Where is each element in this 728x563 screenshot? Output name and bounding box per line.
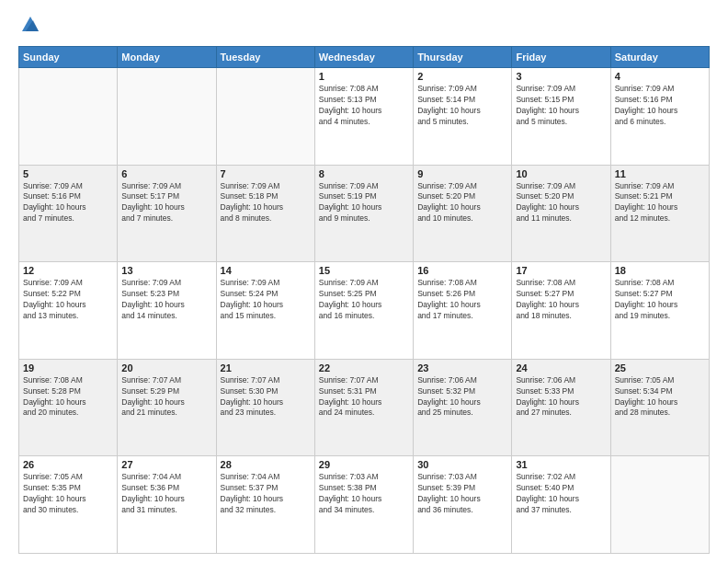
week-row-3: 12Sunrise: 7:09 AM Sunset: 5:22 PM Dayli… [19, 262, 710, 360]
day-info: Sunrise: 7:02 AM Sunset: 5:40 PM Dayligh… [516, 472, 606, 516]
day-cell: 25Sunrise: 7:05 AM Sunset: 5:34 PM Dayli… [610, 359, 709, 456]
day-cell: 17Sunrise: 7:08 AM Sunset: 5:27 PM Dayli… [512, 262, 610, 360]
day-number: 23 [417, 362, 507, 373]
day-cell: 19Sunrise: 7:08 AM Sunset: 5:28 PM Dayli… [19, 359, 118, 456]
day-info: Sunrise: 7:09 AM Sunset: 5:24 PM Dayligh… [221, 278, 311, 322]
weekday-saturday: Saturday [610, 47, 709, 68]
day-info: Sunrise: 7:09 AM Sunset: 5:17 PM Dayligh… [121, 181, 211, 225]
day-cell: 20Sunrise: 7:07 AM Sunset: 5:29 PM Dayli… [118, 359, 216, 456]
day-info: Sunrise: 7:08 AM Sunset: 5:27 PM Dayligh… [516, 278, 606, 322]
day-number: 4 [615, 71, 705, 82]
day-number: 28 [221, 459, 311, 470]
day-info: Sunrise: 7:08 AM Sunset: 5:13 PM Dayligh… [319, 84, 409, 128]
day-cell: 22Sunrise: 7:07 AM Sunset: 5:31 PM Dayli… [314, 359, 413, 456]
day-cell: 7Sunrise: 7:09 AM Sunset: 5:18 PM Daylig… [216, 165, 314, 262]
day-info: Sunrise: 7:06 AM Sunset: 5:33 PM Dayligh… [516, 375, 606, 419]
day-cell: 24Sunrise: 7:06 AM Sunset: 5:33 PM Dayli… [512, 359, 610, 456]
day-cell: 28Sunrise: 7:04 AM Sunset: 5:37 PM Dayli… [216, 456, 314, 554]
day-cell: 31Sunrise: 7:02 AM Sunset: 5:40 PM Dayli… [512, 456, 610, 554]
day-cell: 9Sunrise: 7:09 AM Sunset: 5:20 PM Daylig… [414, 165, 512, 262]
logo-icon [20, 15, 40, 35]
day-info: Sunrise: 7:09 AM Sunset: 5:18 PM Dayligh… [221, 181, 311, 225]
day-number: 17 [516, 265, 606, 276]
day-cell: 3Sunrise: 7:09 AM Sunset: 5:15 PM Daylig… [512, 68, 610, 166]
day-number: 5 [23, 168, 113, 179]
day-info: Sunrise: 7:09 AM Sunset: 5:21 PM Dayligh… [615, 181, 705, 225]
day-number: 8 [319, 168, 409, 179]
day-cell: 4Sunrise: 7:09 AM Sunset: 5:16 PM Daylig… [610, 68, 709, 166]
day-info: Sunrise: 7:05 AM Sunset: 5:34 PM Dayligh… [615, 375, 705, 419]
day-info: Sunrise: 7:07 AM Sunset: 5:29 PM Dayligh… [121, 375, 211, 419]
day-info: Sunrise: 7:07 AM Sunset: 5:30 PM Dayligh… [221, 375, 311, 419]
day-cell: 8Sunrise: 7:09 AM Sunset: 5:19 PM Daylig… [314, 165, 413, 262]
day-number: 14 [221, 265, 311, 276]
day-info: Sunrise: 7:09 AM Sunset: 5:23 PM Dayligh… [121, 278, 211, 322]
weekday-friday: Friday [512, 47, 610, 68]
weekday-monday: Monday [118, 47, 216, 68]
day-cell: 21Sunrise: 7:07 AM Sunset: 5:30 PM Dayli… [216, 359, 314, 456]
day-info: Sunrise: 7:09 AM Sunset: 5:15 PM Dayligh… [516, 84, 606, 128]
weekday-thursday: Thursday [414, 47, 512, 68]
day-info: Sunrise: 7:04 AM Sunset: 5:36 PM Dayligh… [121, 472, 211, 516]
day-info: Sunrise: 7:07 AM Sunset: 5:31 PM Dayligh… [319, 375, 409, 419]
day-number: 27 [121, 459, 211, 470]
day-number: 9 [417, 168, 507, 179]
day-number: 1 [319, 71, 409, 82]
day-number: 15 [319, 265, 409, 276]
day-number: 21 [221, 362, 311, 373]
day-info: Sunrise: 7:09 AM Sunset: 5:19 PM Dayligh… [319, 181, 409, 225]
day-number: 10 [516, 168, 606, 179]
day-info: Sunrise: 7:09 AM Sunset: 5:25 PM Dayligh… [319, 278, 409, 322]
week-row-4: 19Sunrise: 7:08 AM Sunset: 5:28 PM Dayli… [19, 359, 710, 456]
day-number: 29 [319, 459, 409, 470]
weekday-tuesday: Tuesday [216, 47, 314, 68]
day-info: Sunrise: 7:09 AM Sunset: 5:16 PM Dayligh… [615, 84, 705, 128]
day-cell: 23Sunrise: 7:06 AM Sunset: 5:32 PM Dayli… [414, 359, 512, 456]
day-cell [118, 68, 216, 166]
day-number: 11 [615, 168, 705, 179]
day-cell: 11Sunrise: 7:09 AM Sunset: 5:21 PM Dayli… [610, 165, 709, 262]
day-info: Sunrise: 7:06 AM Sunset: 5:32 PM Dayligh… [417, 375, 507, 419]
day-cell [610, 456, 709, 554]
day-cell: 15Sunrise: 7:09 AM Sunset: 5:25 PM Dayli… [314, 262, 413, 360]
day-info: Sunrise: 7:08 AM Sunset: 5:27 PM Dayligh… [615, 278, 705, 322]
day-number: 31 [516, 459, 606, 470]
page: SundayMondayTuesdayWednesdayThursdayFrid… [0, 0, 728, 563]
day-number: 22 [319, 362, 409, 373]
day-info: Sunrise: 7:04 AM Sunset: 5:37 PM Dayligh… [221, 472, 311, 516]
day-cell: 26Sunrise: 7:05 AM Sunset: 5:35 PM Dayli… [19, 456, 118, 554]
calendar-table: SundayMondayTuesdayWednesdayThursdayFrid… [18, 46, 710, 554]
day-cell: 1Sunrise: 7:08 AM Sunset: 5:13 PM Daylig… [314, 68, 413, 166]
weekday-wednesday: Wednesday [314, 47, 413, 68]
weekday-header-row: SundayMondayTuesdayWednesdayThursdayFrid… [19, 47, 710, 68]
day-cell: 27Sunrise: 7:04 AM Sunset: 5:36 PM Dayli… [118, 456, 216, 554]
day-cell: 5Sunrise: 7:09 AM Sunset: 5:16 PM Daylig… [19, 165, 118, 262]
day-number: 19 [23, 362, 113, 373]
day-cell: 18Sunrise: 7:08 AM Sunset: 5:27 PM Dayli… [610, 262, 709, 360]
day-cell: 12Sunrise: 7:09 AM Sunset: 5:22 PM Dayli… [19, 262, 118, 360]
day-number: 2 [417, 71, 507, 82]
day-number: 12 [23, 265, 113, 276]
day-info: Sunrise: 7:03 AM Sunset: 5:39 PM Dayligh… [417, 472, 507, 516]
day-number: 25 [615, 362, 705, 373]
day-cell: 29Sunrise: 7:03 AM Sunset: 5:38 PM Dayli… [314, 456, 413, 554]
day-info: Sunrise: 7:09 AM Sunset: 5:20 PM Dayligh… [417, 181, 507, 225]
day-cell: 13Sunrise: 7:09 AM Sunset: 5:23 PM Dayli… [118, 262, 216, 360]
day-info: Sunrise: 7:08 AM Sunset: 5:26 PM Dayligh… [417, 278, 507, 322]
day-info: Sunrise: 7:08 AM Sunset: 5:28 PM Dayligh… [23, 375, 113, 419]
logo [18, 15, 44, 39]
day-number: 6 [121, 168, 211, 179]
day-info: Sunrise: 7:09 AM Sunset: 5:14 PM Dayligh… [417, 84, 507, 128]
weekday-sunday: Sunday [19, 47, 118, 68]
day-cell: 30Sunrise: 7:03 AM Sunset: 5:39 PM Dayli… [414, 456, 512, 554]
day-info: Sunrise: 7:09 AM Sunset: 5:22 PM Dayligh… [23, 278, 113, 322]
day-number: 30 [417, 459, 507, 470]
day-cell: 14Sunrise: 7:09 AM Sunset: 5:24 PM Dayli… [216, 262, 314, 360]
day-number: 7 [221, 168, 311, 179]
day-number: 26 [23, 459, 113, 470]
day-cell [19, 68, 118, 166]
day-info: Sunrise: 7:03 AM Sunset: 5:38 PM Dayligh… [319, 472, 409, 516]
week-row-1: 1Sunrise: 7:08 AM Sunset: 5:13 PM Daylig… [19, 68, 710, 166]
day-cell: 6Sunrise: 7:09 AM Sunset: 5:17 PM Daylig… [118, 165, 216, 262]
header [18, 15, 710, 39]
